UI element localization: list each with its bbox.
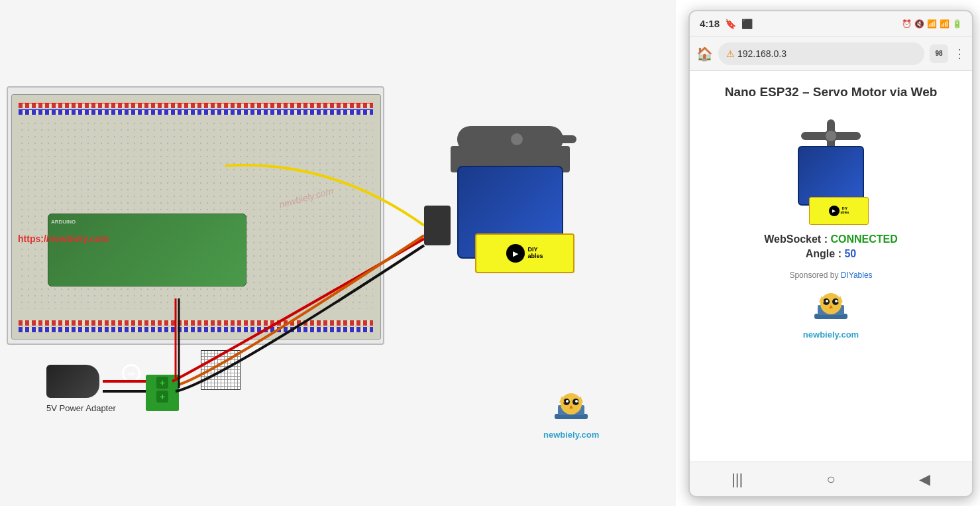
url-site: newbiely.com bbox=[49, 233, 109, 244]
nav-back-button[interactable]: ◀ bbox=[919, 471, 930, 488]
battery-icon: 🔋 bbox=[952, 19, 962, 29]
adapter-body bbox=[46, 365, 99, 398]
sponsored-by-label: Sponsored by bbox=[789, 271, 838, 280]
svg-point-22 bbox=[835, 300, 838, 302]
mini-servo-body-phone: ▶ DIYables bbox=[798, 146, 864, 206]
websocket-connected-status: CONNECTED bbox=[830, 233, 897, 245]
status-icons: ⏰ 🔇 📶 📶 🔋 bbox=[902, 19, 962, 29]
browser-content: Nano ESP32 – Servo Motor via Web ▶ DIYab… bbox=[690, 71, 972, 462]
power-adapter: 5V Power Adapter bbox=[46, 365, 116, 413]
tab-count: 98 bbox=[935, 50, 942, 57]
mini-diyables-logo: ▶ DIYables bbox=[829, 206, 849, 216]
browser-warning-icon: ⚠ bbox=[726, 48, 735, 59]
owl-svg-phone bbox=[811, 290, 851, 327]
servo-arm-svg bbox=[457, 126, 576, 153]
phone-nav-bar: ||| ○ ◀ bbox=[690, 462, 972, 496]
svg-point-2 bbox=[510, 133, 523, 146]
newbiely-logo-scene: newbiely.com bbox=[543, 391, 599, 440]
volume-icon: 🔇 bbox=[914, 19, 924, 29]
svg-point-8 bbox=[566, 400, 569, 403]
servo-horn bbox=[457, 126, 563, 153]
power-rail-bot-blue bbox=[19, 327, 373, 332]
svg-point-9 bbox=[575, 400, 578, 403]
mini-servo: ▶ DIYables bbox=[791, 113, 871, 219]
sponsored-text: Sponsored by DIYables bbox=[703, 271, 959, 280]
angle-value: 50 bbox=[844, 248, 856, 259]
newbiely-text-scene: newbiely.com bbox=[543, 430, 599, 440]
diyables-text: DIYables bbox=[527, 247, 543, 260]
diyables-icon: ▶ bbox=[506, 244, 525, 263]
svg-point-15 bbox=[825, 130, 837, 142]
svg-point-18 bbox=[820, 293, 842, 314]
phone-status-bar: 4:18 🔖 ⬛ ⏰ 🔇 📶 📶 🔋 bbox=[690, 11, 972, 36]
nav-home-button[interactable]: ○ bbox=[826, 471, 835, 488]
browser-url-text: 192.168.0.3 bbox=[737, 48, 787, 59]
servo-label-box: ▶ DIYables bbox=[475, 233, 574, 273]
qr-code bbox=[201, 350, 241, 390]
servo-motor-large: ▶ DIYables bbox=[444, 126, 576, 272]
mini-diy-icon: ▶ bbox=[829, 206, 840, 216]
terminal-screw-top: + bbox=[156, 377, 168, 389]
diyables-logo: ▶ DIYables bbox=[506, 244, 543, 263]
power-rail-top-blue bbox=[19, 109, 373, 115]
websocket-label: WebSocket : bbox=[764, 233, 828, 245]
arduino-logo: ∞ bbox=[115, 363, 148, 383]
power-rail-bot-red bbox=[19, 320, 373, 326]
svg-point-21 bbox=[826, 300, 828, 302]
owl-svg-scene bbox=[551, 391, 591, 427]
servo-image-container: ▶ DIYables bbox=[703, 113, 959, 221]
arduino-nano-esp32: ∞ bbox=[48, 214, 246, 286]
browser-menu-icon[interactable]: ⋮ bbox=[953, 46, 965, 61]
browser-new-tab-button[interactable]: 98 bbox=[930, 44, 948, 63]
diyables-link[interactable]: DIYables bbox=[841, 271, 873, 280]
arduino-logo-circle: ∞ bbox=[122, 364, 140, 383]
wifi-icon: 📶 bbox=[927, 19, 937, 29]
browser-chrome: 🏠 ⚠ 192.168.0.3 98 ⋮ bbox=[690, 36, 972, 71]
page-title: Nano ESP32 – Servo Motor via Web bbox=[703, 84, 959, 101]
url-label: https://newbiely.com bbox=[18, 233, 109, 244]
mini-servo-label: ▶ DIYables bbox=[809, 197, 869, 225]
browser-home-icon[interactable]: 🏠 bbox=[696, 46, 713, 62]
arduino-label: ARDUINO bbox=[51, 219, 76, 225]
terminal-block: + + bbox=[146, 375, 179, 411]
main-scene: ∞ ARDUINO https://newbiely.com newbiely.… bbox=[0, 0, 676, 506]
phone-newbiely-text: newbiely.com bbox=[703, 330, 959, 340]
svg-point-5 bbox=[561, 393, 582, 414]
adapter-label: 5V Power Adapter bbox=[46, 403, 116, 413]
signal-icon: 📶 bbox=[940, 19, 950, 29]
phone-newbiely-logo: newbiely.com bbox=[703, 290, 959, 340]
bookmark-icon: 🔖 bbox=[725, 19, 736, 29]
angle-label: Angle : bbox=[806, 248, 842, 259]
servo-body: ▶ DIYables bbox=[457, 166, 563, 259]
alarm-icon: ⏰ bbox=[902, 19, 912, 29]
mini-diy-text: DIYables bbox=[841, 207, 849, 214]
phone-mockup: 4:18 🔖 ⬛ ⏰ 🔇 📶 📶 🔋 🏠 ⚠ 192.168.0.3 98 ⋮ … bbox=[688, 10, 973, 497]
notification-icon: ⬛ bbox=[741, 19, 753, 29]
nav-recents-button[interactable]: ||| bbox=[732, 471, 743, 488]
websocket-status: WebSocket : CONNECTED bbox=[703, 233, 959, 245]
browser-url-bar[interactable]: ⚠ 192.168.0.3 bbox=[718, 42, 924, 65]
terminal-screw-bot: + bbox=[156, 391, 168, 403]
breadboard: ∞ ARDUINO https://newbiely.com bbox=[7, 86, 384, 345]
angle-status: Angle : 50 bbox=[703, 248, 959, 260]
status-time: 4:18 bbox=[700, 18, 720, 29]
power-rail-top-red bbox=[19, 103, 373, 108]
